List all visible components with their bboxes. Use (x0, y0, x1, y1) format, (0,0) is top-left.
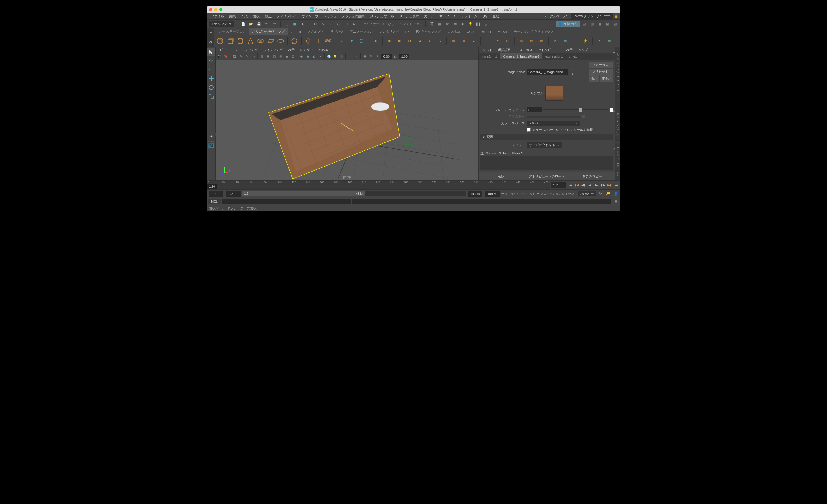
isolate-icon[interactable]: ◎ (339, 54, 344, 59)
select-component-icon[interactable]: ◈ (299, 21, 306, 27)
exposure-field[interactable]: 0.00 (381, 54, 392, 59)
outliner-icon[interactable]: ▤ (581, 21, 588, 27)
snap-view-icon[interactable]: ⊡ (343, 21, 349, 27)
combine-icon[interactable]: ◉ (371, 37, 380, 45)
select-tool[interactable] (207, 48, 215, 56)
menu-deform[interactable]: デフォーム (459, 13, 480, 19)
play-back-icon[interactable]: ◀ (587, 182, 593, 188)
ao-icon[interactable]: ● (318, 54, 323, 59)
attr-menu-focus[interactable]: フォーカス (514, 47, 535, 53)
menu-display[interactable]: ディスプレイ (275, 13, 299, 19)
render-icon[interactable]: 🎬 (429, 21, 435, 27)
attr-menu-attr[interactable]: アトリビュート (536, 47, 563, 53)
camera-select-icon[interactable]: 📷 (217, 54, 222, 59)
film-gate-icon[interactable]: ▭ (250, 54, 256, 59)
attr-tab-transform[interactable]: transform1 (479, 53, 500, 59)
step-back-icon[interactable]: ◀▮ (580, 182, 586, 188)
frame-cache-field[interactable]: 51 (527, 107, 541, 112)
shelf-tab-fx[interactable]: FX (402, 29, 412, 35)
wireframe-icon[interactable]: ⊞ (278, 54, 283, 59)
vp-menu-view[interactable]: ビュー (217, 47, 232, 53)
menu-modify[interactable]: 修正 (262, 13, 274, 19)
insert-edge-icon[interactable]: ▭ (561, 37, 570, 45)
snap-together-icon[interactable]: ⊕ (337, 37, 346, 45)
go-start-icon[interactable]: ⏮ (567, 182, 573, 188)
select-hierarchy-icon[interactable]: ⬚ (284, 21, 290, 27)
append-icon[interactable]: ▦ (459, 37, 468, 45)
attr-tab-time[interactable]: time1 (566, 53, 580, 59)
poly-platonic-icon[interactable] (290, 37, 299, 45)
default-material-icon[interactable]: ▣ (362, 54, 368, 59)
vp-menu-renderer[interactable]: レンダラ (298, 47, 315, 53)
shelf-tab-rigging[interactable]: リギング (327, 29, 346, 35)
workspace-dropdown[interactable]: Maya クラシック* (571, 13, 613, 19)
render-settings-icon[interactable]: ⚙ (444, 21, 451, 27)
bookmark-icon[interactable]: 🔖 (223, 54, 229, 59)
shelf-tab-fxcache[interactable]: FX キャッシング (413, 29, 444, 35)
attr-tab-expression[interactable]: expression1 (542, 53, 566, 59)
svg-tool-icon[interactable]: SVG (324, 37, 333, 45)
layout-quad-icon[interactable] (208, 138, 214, 139)
shelf-tab-mograph[interactable]: モーション グラフィックス (510, 29, 557, 35)
modeling-toolkit-tab[interactable]: モデリング ツールキット (615, 105, 620, 143)
move-tool[interactable] (207, 75, 215, 82)
poly-cube-icon[interactable] (226, 37, 235, 45)
snap-curve-icon[interactable]: ∿ (320, 21, 326, 27)
2d-pan-icon[interactable]: ✥ (238, 54, 243, 59)
character-set-dropdown[interactable]: キャラクタ セットなし (505, 192, 536, 196)
snap-live-icon[interactable]: ↻ (350, 21, 357, 27)
vp-menu-show[interactable]: 表示 (286, 47, 297, 53)
poly-cone-icon[interactable] (246, 37, 255, 45)
paint-select-tool[interactable] (207, 66, 215, 74)
symmetry-label[interactable]: シンメトリ: オフ (400, 22, 423, 26)
loop-icon[interactable]: ↻ (597, 190, 603, 197)
playback-start-field[interactable]: 1.20 (226, 191, 241, 197)
shelf-tab-arnold[interactable]: Arnold (288, 29, 304, 35)
prefs-icon[interactable]: 👤 (613, 190, 619, 197)
load-attr-button[interactable]: アトリビュートのロード (524, 172, 570, 180)
step-back-key-icon[interactable]: ▮◀ (574, 182, 580, 188)
shelf-tab-animation[interactable]: アニメーション (347, 29, 376, 35)
extrude-icon[interactable]: ⬙ (415, 37, 424, 45)
placement-section-header[interactable]: ▼ 配置 (480, 134, 613, 140)
poly-plane-icon[interactable] (266, 37, 275, 45)
undo-icon[interactable]: ↶ (263, 21, 270, 27)
shelf-switcher[interactable]: ≡ ⚙ (207, 29, 214, 47)
anim-layer-dropdown[interactable]: アニメーション レイヤなし (540, 192, 577, 196)
select-button[interactable]: 選択 (479, 172, 524, 180)
offset-edge-icon[interactable]: ▯ (571, 37, 580, 45)
lock-icon[interactable]: 🔒 (614, 14, 619, 18)
hypershade-icon[interactable]: ◉ (459, 21, 466, 27)
snap-plane-icon[interactable]: ◇ (335, 21, 342, 27)
menu-select[interactable]: 選択 (251, 13, 262, 19)
shelf-tab-custom[interactable]: カスタム (444, 29, 464, 35)
save-scene-icon[interactable]: 💾 (255, 21, 262, 27)
connect-icon[interactable]: ◫ (503, 37, 512, 45)
viewport-3d[interactable]: YX persp (216, 60, 478, 180)
poly-type-icon[interactable] (304, 37, 312, 45)
attr-editor-tab[interactable]: アトリビュート エディタ (615, 143, 620, 180)
ipr-icon[interactable]: ▦ (436, 21, 443, 27)
poly-sphere-icon[interactable] (216, 37, 225, 45)
shadows-icon[interactable]: ◐ (311, 54, 317, 59)
target-weld-icon[interactable]: ▩ (537, 37, 546, 45)
type-tool-icon[interactable]: T (314, 37, 323, 45)
scale-tool[interactable] (207, 93, 215, 100)
poly-cylinder-icon[interactable] (236, 37, 245, 45)
range-start-field[interactable]: 1.20 (208, 191, 224, 197)
go-up-icon[interactable]: ↗ (571, 68, 574, 71)
poly-disc-icon[interactable] (276, 37, 285, 45)
quad-draw-icon[interactable]: ▭ (605, 37, 614, 45)
gamma-icon[interactable]: ◐ (392, 54, 398, 59)
time-slider[interactable]: 1.20 04080120160200240280320360400440480… (207, 180, 620, 189)
vp-menu-panel[interactable]: パネル (316, 47, 331, 53)
channel-box-tab[interactable]: チャンネル ボックス/レイヤ エディタ (615, 47, 620, 105)
preset-button[interactable]: プリセット (589, 68, 613, 75)
menu-uv[interactable]: UV (480, 14, 490, 19)
circularize-icon[interactable]: ◌ (483, 37, 492, 45)
toggle-pause-icon[interactable]: ❚❚ (475, 21, 482, 27)
use-all-lights-icon[interactable]: ◉ (305, 54, 310, 59)
go-down-icon[interactable]: ↘ (571, 72, 574, 75)
xray-icon[interactable]: ◇ (347, 54, 353, 59)
shelf-tab-polymodeling[interactable]: ポリゴンのモデリング (249, 29, 288, 35)
